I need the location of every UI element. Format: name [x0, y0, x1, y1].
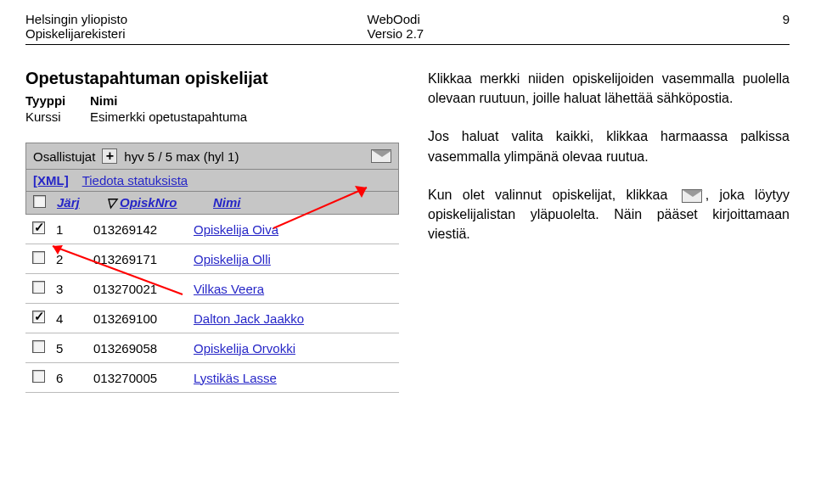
- expand-icon[interactable]: +: [102, 148, 117, 164]
- table-row: 6013270005Lystikäs Lasse: [25, 363, 399, 393]
- row-name-link[interactable]: Dalton Jack Jaakko: [194, 311, 304, 326]
- mail-icon-inline: [682, 189, 702, 203]
- name-label: Nimi: [90, 93, 143, 108]
- xml-link[interactable]: [XML]: [33, 173, 69, 188]
- header-rule: [25, 44, 790, 45]
- section-title: Opetustapahtuman opiskelijat: [25, 69, 399, 88]
- page-number: 9: [783, 12, 790, 41]
- row-name-link[interactable]: Opiskelija Olli: [194, 252, 271, 266]
- row-id: 013270021: [88, 274, 188, 304]
- name-value: Esimerkki opetustapahtuma: [90, 109, 247, 124]
- row-id: 013270005: [88, 363, 188, 393]
- table-row: 5013269058Opiskelija Orvokki: [25, 333, 399, 363]
- row-checkbox[interactable]: [32, 221, 45, 234]
- row-index: 2: [51, 244, 88, 274]
- paragraph-2: Jos haluat valita kaikki, klikkaa harmaa…: [428, 126, 790, 165]
- type-label: Tyyppi: [25, 93, 78, 108]
- table-row: 1013269142Opiskelija Oiva: [25, 215, 399, 244]
- header-center-line2: Versio 2.7: [368, 26, 424, 41]
- paragraph-1: Klikkaa merkki niiden opiskelijoiden vas…: [428, 69, 790, 108]
- participants-table: 1013269142Opiskelija Oiva2013269171Opisk…: [25, 215, 399, 393]
- header-center-line1: WebOodi: [368, 12, 424, 26]
- paragraph-3: Kun olet valinnut opiskelijat, klikkaa ,…: [428, 185, 790, 244]
- row-index: 4: [51, 304, 88, 333]
- row-id: 013269171: [88, 244, 188, 274]
- status-link[interactable]: Tiedota statuksista: [82, 173, 188, 188]
- row-checkbox[interactable]: [32, 340, 45, 353]
- row-checkbox[interactable]: [32, 311, 45, 323]
- row-index: 5: [51, 333, 88, 363]
- row-id: 013269100: [88, 304, 188, 333]
- page-header: Helsingin yliopisto Opiskelijarekisteri …: [25, 12, 790, 41]
- toolbar: Osallistujat + hyv 5 / 5 max (hyl 1): [25, 143, 399, 170]
- row-checkbox[interactable]: [32, 281, 45, 294]
- table-row: 4013269100Dalton Jack Jaakko: [25, 304, 399, 333]
- table-row: 2013269171Opiskelija Olli: [25, 244, 399, 274]
- sub-toolbar: [XML] Tiedota statuksista: [25, 170, 399, 192]
- type-value: Kurssi: [25, 109, 78, 124]
- row-index: 3: [51, 274, 88, 304]
- instruction-text: Klikkaa merkki niiden opiskelijoiden vas…: [399, 69, 790, 393]
- col-opisnro[interactable]: OpiskNro: [120, 195, 210, 210]
- row-name-link[interactable]: Lystikäs Lasse: [194, 371, 277, 385]
- row-checkbox[interactable]: [32, 251, 45, 264]
- row-checkbox[interactable]: [32, 370, 45, 383]
- row-id: 013269142: [88, 215, 188, 244]
- row-name-link[interactable]: Opiskelija Orvokki: [194, 341, 295, 356]
- col-jarj[interactable]: Järj: [57, 195, 103, 210]
- row-id: 013269058: [88, 333, 188, 363]
- header-left-line1: Helsingin yliopisto: [25, 12, 127, 26]
- col-nimi[interactable]: Nimi: [213, 195, 241, 210]
- mail-icon[interactable]: [371, 149, 391, 163]
- table-row: 3013270021Vilkas Veera: [25, 274, 399, 304]
- row-name-link[interactable]: Vilkas Veera: [194, 282, 264, 296]
- row-index: 6: [51, 363, 88, 393]
- list-header: Järj ▽ OpiskNro Nimi: [25, 192, 399, 215]
- header-left-line2: Opiskelijarekisteri: [25, 26, 127, 41]
- screenshot-panel: Opetustapahtuman opiskelijat Tyyppi Nimi…: [25, 69, 399, 393]
- participants-label: Osallistujat: [33, 149, 95, 164]
- participants-count: hyv 5 / 5 max (hyl 1): [124, 149, 239, 164]
- row-index: 1: [51, 215, 88, 244]
- select-all-checkbox[interactable]: [33, 195, 46, 208]
- para3-part-a: Kun olet valinnut opiskelijat, klikkaa: [428, 188, 667, 202]
- row-name-link[interactable]: Opiskelija Oiva: [194, 222, 278, 237]
